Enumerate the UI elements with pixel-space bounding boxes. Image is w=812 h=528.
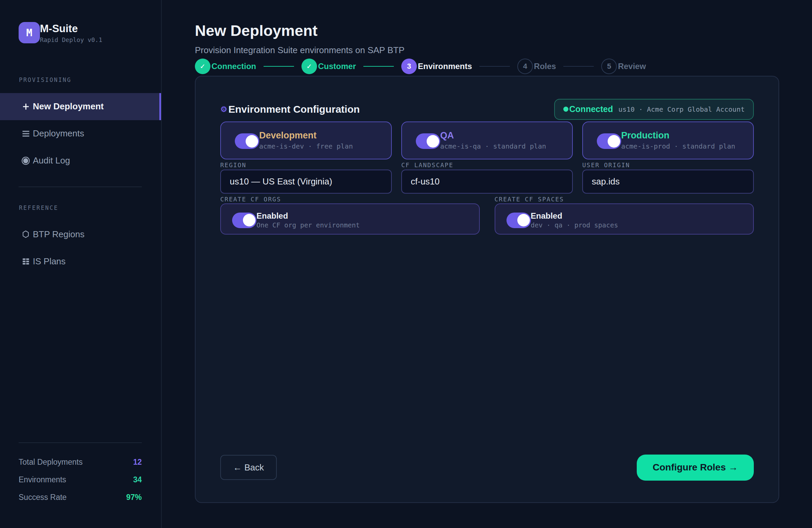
env-detail: acme-is-qa · standard plan [440, 142, 546, 150]
brand-text: M-Suite Rapid Deploy v0.1 [40, 23, 102, 43]
sidebar-item-label: IS Plans [33, 256, 66, 267]
sidebar-item-deployments[interactable]: Deployments [0, 120, 161, 147]
user-origin-input[interactable]: sap.ids [582, 170, 754, 194]
toggle-knob [608, 135, 620, 147]
sidebar-item-label: Deployments [33, 128, 84, 139]
configure-roles-button[interactable]: Configure Roles → [637, 455, 754, 481]
stat-total-deployments: Total Deployments 12 [19, 453, 142, 471]
step-roles[interactable]: 4 Roles [517, 59, 556, 74]
step-check-icon: ✓ [302, 59, 317, 74]
step-label: Roles [534, 61, 556, 71]
environment-grid: Development acme-is-dev · free plan QA a… [220, 122, 754, 159]
step-number-text: 5 [607, 62, 611, 71]
stat-success-rate: Success Rate 97% [19, 488, 142, 506]
cf-landscape-input[interactable]: cf-us10 [401, 170, 573, 194]
step-review[interactable]: 5 Review [601, 59, 646, 74]
panel-footer: ← Back Configure Roles → [220, 455, 754, 481]
sidebar-spacer [0, 275, 161, 442]
env-card-text: Enabled One CF org per environment [257, 212, 360, 229]
toggle-knob [426, 135, 439, 147]
nav-reference: BTP Regions IS Plans [0, 221, 161, 275]
stat-label: Success Rate [19, 493, 67, 502]
fisheye-icon [21, 157, 30, 165]
stat-environments: Environments 34 [19, 471, 142, 488]
list-icon [21, 258, 30, 265]
toggle-title: Enabled [531, 212, 618, 220]
field-label: CF LANDSCAPE [401, 161, 573, 169]
toggle-section-label: CREATE CF SPACES [495, 196, 754, 203]
step-line [264, 66, 294, 67]
cf-spaces-toggle[interactable] [507, 213, 531, 228]
create-cf-spaces: CREATE CF SPACES Enabled dev · qa · prod… [495, 196, 754, 234]
field-label: REGION [220, 161, 392, 169]
production-toggle[interactable] [597, 133, 621, 149]
step-label: Environments [418, 61, 472, 71]
sidebar-item-audit-log[interactable]: Audit Log [0, 147, 161, 174]
plus-icon [21, 103, 30, 110]
nav-provisioning: New Deployment Deployments Audit Log [0, 93, 161, 174]
field-user-origin: USER ORIGIN sap.ids [582, 161, 754, 194]
step-number: 3 [401, 59, 417, 74]
sidebar-divider [19, 186, 142, 187]
qa-toggle[interactable] [416, 133, 440, 149]
status-dot-icon [563, 106, 568, 112]
back-button[interactable]: ← Back [220, 455, 277, 480]
field-region: REGION us10 — US East (Virginia) [220, 161, 392, 194]
env-card-qa: QA acme-is-qa · standard plan [401, 122, 573, 159]
step-number-text: 4 [523, 62, 527, 71]
step-line [563, 66, 594, 67]
sidebar-item-label: Audit Log [33, 155, 70, 166]
stat-label: Total Deployments [19, 458, 83, 467]
section-label-provisioning: PROVISIONING [19, 76, 161, 83]
step-customer[interactable]: ✓ Customer [302, 59, 356, 74]
step-connection[interactable]: ✓ Connection [195, 59, 256, 74]
main: New Deployment Provision Integration Sui… [162, 0, 812, 528]
stat-value: 12 [133, 458, 142, 467]
region-input[interactable]: us10 — US East (Virginia) [220, 170, 392, 194]
development-toggle[interactable] [235, 133, 259, 149]
sidebar-item-btp-regions[interactable]: BTP Regions [0, 221, 161, 248]
sidebar-item-label: BTP Regions [33, 229, 85, 240]
step-label: Connection [212, 61, 256, 71]
env-card-development: Development acme-is-dev · free plan [220, 122, 392, 159]
field-label: USER ORIGIN [582, 161, 754, 169]
toggle-knob [517, 214, 530, 226]
toggle-knob [246, 135, 258, 147]
env-name: QA [440, 131, 546, 141]
panel-title: Environment Configuration [220, 103, 360, 115]
field-value: us10 — US East (Virginia) [230, 176, 332, 187]
cf-orgs-toggle[interactable] [232, 213, 257, 228]
step-line [479, 66, 510, 67]
connection-meta: us10 · Acme Corp Global Account [619, 105, 745, 113]
env-card-production: Production acme-is-prod · standard plan [582, 122, 754, 159]
menu-icon [21, 131, 30, 137]
env-name: Development [259, 131, 353, 141]
env-detail: acme-is-prod · standard plan [621, 142, 735, 150]
env-card-text: QA acme-is-qa · standard plan [440, 131, 546, 150]
step-label: Review [618, 61, 646, 71]
stat-value: 34 [133, 475, 142, 484]
env-card-text: Enabled dev · qa · prod spaces [531, 212, 618, 229]
toggle-knob [243, 214, 256, 226]
field-value: sap.ids [592, 176, 620, 187]
stat-label: Environments [19, 475, 66, 484]
sidebar-item-is-plans[interactable]: IS Plans [0, 248, 161, 275]
toggle-detail: One CF org per environment [257, 222, 360, 229]
cf-spaces-card: Enabled dev · qa · prod spaces [495, 203, 754, 234]
connection-status: Connected [569, 104, 613, 114]
field-value: cf-us10 [411, 176, 439, 187]
step-number: 4 [517, 59, 533, 74]
connection-badge: Connected us10 · Acme Corp Global Accoun… [554, 99, 754, 120]
sidebar: M M-Suite Rapid Deploy v0.1 PROVISIONING… [0, 0, 162, 528]
panel-heading-text: Environment Configuration [228, 103, 360, 115]
gear-icon [220, 105, 227, 113]
panel-head: Environment Configuration Connected us10… [220, 99, 754, 120]
step-number-text: 3 [407, 62, 411, 71]
toggle-detail: dev · qa · prod spaces [531, 222, 618, 229]
env-card-text: Production acme-is-prod · standard plan [621, 131, 735, 150]
app-logo: M [19, 22, 40, 43]
step-environments[interactable]: 3 Environments [401, 59, 472, 74]
app-name: M-Suite [40, 23, 102, 34]
cf-orgs-card: Enabled One CF org per environment [220, 203, 480, 234]
sidebar-item-new-deployment[interactable]: New Deployment [0, 93, 161, 120]
